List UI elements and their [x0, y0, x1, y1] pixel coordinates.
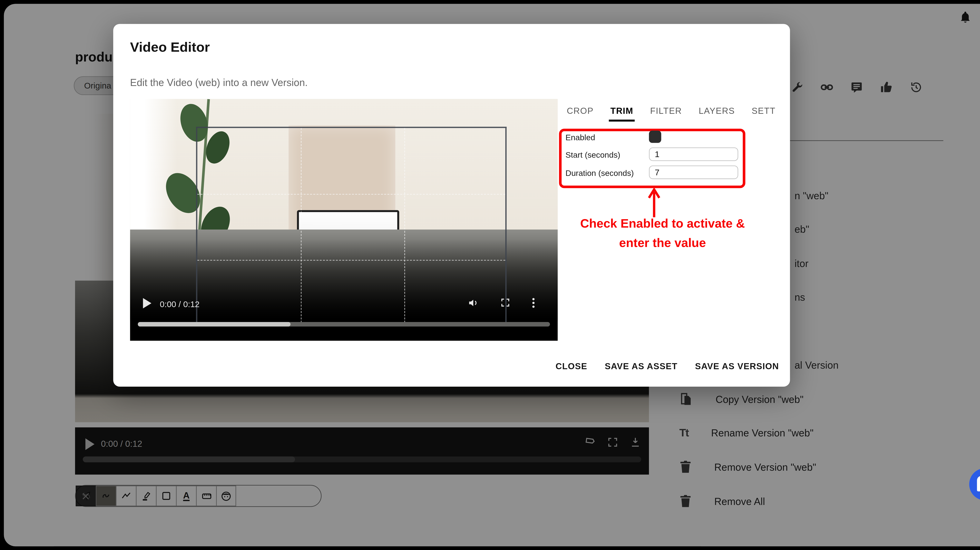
duration-seconds-input[interactable] [649, 165, 738, 179]
tab-filter[interactable]: FILTER [650, 106, 682, 116]
start-seconds-input[interactable] [649, 147, 738, 161]
chat-bubble-icon [977, 476, 980, 491]
crop-region[interactable] [196, 127, 506, 325]
annotation-arrow [648, 188, 660, 218]
tab-crop[interactable]: CROP [567, 106, 594, 116]
editor-tabs: CROP TRIM FILTER LAYERS SETT [567, 106, 776, 116]
modal-subtitle: Edit the Video (web) into a new Version. [130, 77, 308, 89]
grid-line [301, 128, 301, 323]
modal-title: Video Editor [130, 40, 210, 55]
play-icon[interactable] [143, 298, 151, 309]
modal-footer: CLOSE SAVE AS ASSET SAVE AS VERSION [555, 361, 779, 371]
close-button[interactable]: CLOSE [555, 361, 587, 371]
volume-icon[interactable] [468, 297, 479, 308]
save-as-version-button[interactable]: SAVE AS VERSION [695, 361, 779, 371]
annotation-text-line2: enter the value [559, 236, 766, 250]
tab-settings[interactable]: SETT [752, 106, 776, 116]
fullscreen-icon[interactable] [500, 297, 511, 308]
enabled-label: Enabled [565, 133, 595, 142]
save-as-asset-button[interactable]: SAVE AS ASSET [605, 361, 678, 371]
enabled-checkbox[interactable] [649, 131, 661, 143]
video-preview: 0:00 / 0:12 [130, 99, 558, 341]
app-window: produ Origina 0:00 / 0:12 [4, 4, 980, 546]
tab-layers[interactable]: LAYERS [699, 106, 735, 116]
grid-line [197, 260, 505, 260]
duration-seconds-label: Duration (seconds) [565, 169, 634, 178]
time-display: 0:00 / 0:12 [160, 299, 199, 309]
progress-fill [138, 322, 290, 327]
grid-line [197, 194, 505, 195]
video-editor-modal: Video Editor Edit the Video (web) into a… [113, 24, 790, 387]
annotation-text-line1: Check Enabled to activate & [559, 217, 766, 231]
grid-line [404, 128, 405, 323]
kebab-menu-icon[interactable] [532, 297, 535, 308]
start-seconds-label: Start (seconds) [565, 151, 620, 160]
progress-track[interactable] [138, 322, 550, 327]
tab-trim[interactable]: TRIM [610, 106, 633, 116]
notifications-bell-icon[interactable] [959, 11, 971, 24]
